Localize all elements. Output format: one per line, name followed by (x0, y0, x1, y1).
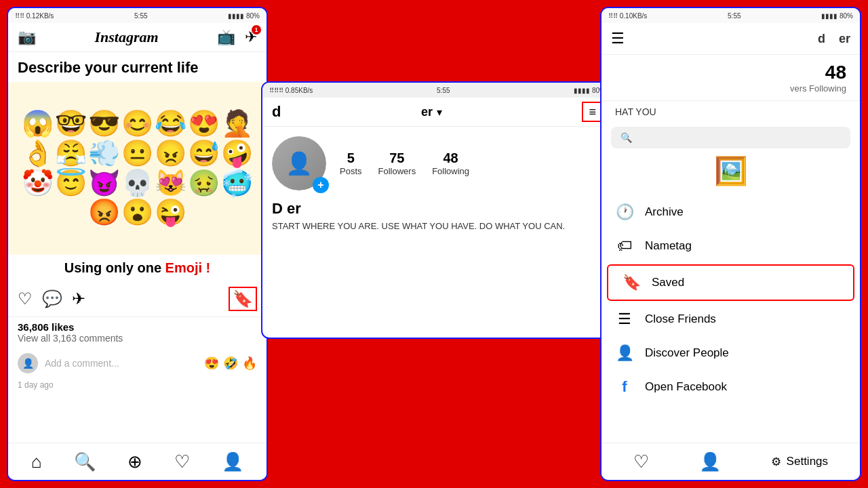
notifications-icon[interactable]: ✈ 1 (245, 28, 257, 46)
menu-item-discover-people[interactable]: 👤 Discover People (601, 336, 860, 370)
discover-people-icon: 👤 (615, 344, 634, 362)
archive-icon: 🕐 (615, 203, 634, 221)
camera-icon[interactable]: 📷 (18, 28, 36, 46)
right-nav-heart[interactable]: ♡ (633, 451, 649, 472)
menu-hamburger-icon[interactable]: ☰ (611, 30, 625, 47)
bookmark-button[interactable]: 🔖 (229, 287, 257, 311)
dropdown-icon[interactable]: ▾ (437, 106, 442, 119)
left-phone: ⠿⠿ 0.12KB/s 5:55 ▮▮▮▮ 80% 📷 Instagram 📺 … (7, 7, 268, 481)
comment-placeholder[interactable]: Add a comment... (45, 358, 197, 369)
menu-search-bar[interactable]: 🔍 (611, 127, 850, 148)
open-facebook-label: Open Facebook (645, 380, 727, 394)
following-count: 48 (432, 150, 469, 166)
menu-header-right: er (839, 32, 850, 46)
menu-item-close-friends[interactable]: ☰ Close Friends (601, 302, 860, 336)
right-battery: ▮▮▮▮ 80% (821, 12, 853, 20)
emoji-grid: 😱🤓😎😊 😂😍🤦👌 😤💨😐😠 😅🤪🤡😇 😈💀😻🤢 🥶😡😮😜 (12, 110, 263, 227)
view-comments[interactable]: View all 3,163 comments (18, 333, 257, 344)
mid-time: 5:55 (437, 87, 450, 94)
saved-label: Saved (652, 276, 684, 289)
profile-avatar-wrap: 👤 + (272, 136, 326, 190)
followers-number: 48 (825, 62, 846, 83)
notification-badge: 1 (252, 25, 261, 35)
menu-item-nametag[interactable]: 🏷 Nametag (601, 229, 860, 263)
post-image: 😱🤓😎😊 😂😍🤦👌 😤💨😐😠 😅🤪🤡😇 😈💀😻🤢 🥶😡😮😜 (8, 82, 267, 255)
following-stat: 48 Following (432, 150, 469, 176)
nav-home[interactable]: ⌂ (31, 451, 42, 472)
bottom-nav: ⌂ 🔍 ⊕ ♡ 👤 (8, 443, 267, 480)
post-stats: 36,806 likes View all 3,163 comments (8, 317, 267, 348)
followers-display: 48 vers Following (601, 55, 860, 101)
posts-stat: 5 Posts (340, 150, 362, 176)
mid-signal: ⠿⠿⠿ 0.85KB/s (269, 87, 313, 94)
caption-highlight: Emoji ! (165, 260, 211, 275)
instagram-logo: Instagram (94, 28, 158, 46)
followers-label: vers Following (790, 83, 846, 94)
logo-partial: d (272, 103, 281, 120)
post-caption: Using only one Emoji ! (8, 255, 267, 281)
post-title: Describe your current life (8, 52, 267, 82)
right-signal: ⠿⠿ 0.10KB/s (608, 12, 647, 20)
posts-label: Posts (340, 166, 362, 176)
share-button[interactable]: ✈ (72, 289, 85, 308)
comment-emojis: 😍 🤣 🔥 (204, 356, 257, 371)
middle-header: d er ▾ ≡ (262, 98, 612, 127)
right-time: 5:55 (728, 12, 741, 20)
menu-header: ☰ d er (601, 23, 860, 55)
archive-label: Archive (645, 205, 684, 219)
signal-text: ⠿⠿ 0.12KB/s (15, 12, 54, 20)
menu-header-left: d (818, 32, 825, 46)
middle-phone: ⠿⠿⠿ 0.85KB/s 5:55 ▮▮▮▮ 80% d er ▾ ≡ 👤 + … (261, 81, 614, 339)
menu-item-open-facebook[interactable]: f Open Facebook (601, 370, 860, 404)
menu-item-saved[interactable]: 🔖 Saved (607, 264, 854, 301)
middle-status-bar: ⠿⠿⠿ 0.85KB/s 5:55 ▮▮▮▮ 80% (262, 83, 612, 98)
reels-icon[interactable]: 📺 (217, 28, 235, 46)
close-friends-label: Close Friends (645, 312, 716, 326)
right-bottom-nav: ♡ 👤 ⚙ Settings (601, 443, 860, 480)
settings-icon: ⚙ (771, 455, 781, 469)
right-nav-profile[interactable]: 👤 (699, 451, 721, 472)
likes-count: 36,806 likes (18, 321, 257, 333)
left-status-bar: ⠿⠿ 0.12KB/s 5:55 ▮▮▮▮ 80% (8, 8, 267, 23)
portrait-placeholder: 🖼️ (601, 152, 860, 190)
profile-bio: START WHERE YOU ARE. USE WHAT YOU HAVE. … (262, 220, 612, 242)
nav-heart[interactable]: ♡ (174, 451, 190, 472)
discover-people-label: Discover People (645, 346, 729, 360)
following-label: Following (432, 166, 469, 176)
nav-search[interactable]: 🔍 (74, 451, 96, 472)
profile-section: 👤 + 5 Posts 75 Followers 48 Following (262, 127, 612, 200)
post-actions: ♡ 💬 ✈ 🔖 (8, 281, 267, 317)
close-friends-icon: ☰ (615, 310, 634, 328)
mid-logo: d (272, 103, 281, 121)
instagram-header: 📷 Instagram 📺 ✈ 1 (8, 23, 267, 52)
right-phone: ⠿⠿ 0.10KB/s 5:55 ▮▮▮▮ 80% ☰ d er 48 vers… (600, 7, 861, 481)
add-follow-button[interactable]: + (313, 177, 329, 193)
followers-label: Followers (378, 166, 416, 176)
nav-profile[interactable]: 👤 (222, 451, 243, 472)
comment-button[interactable]: 💬 (42, 289, 62, 308)
battery-info: ▮▮▮▮ 80% (228, 12, 260, 20)
menu-header-labels: d er (818, 32, 850, 46)
menu-items-list: 🕐 Archive 🏷 Nametag 🔖 Saved ☰ Close Frie… (601, 190, 860, 409)
suffix-partial: er (421, 105, 433, 119)
nav-add[interactable]: ⊕ (127, 451, 142, 472)
profile-stats: 5 Posts 75 Followers 48 Following (340, 150, 469, 176)
posts-count: 5 (340, 150, 362, 166)
mid-header-center: er ▾ (421, 105, 442, 119)
followers-count: 75 (378, 150, 416, 166)
settings-item[interactable]: ⚙ Settings (771, 455, 828, 469)
time-ago: 1 day ago (8, 379, 267, 394)
comment-avatar: 👤 (18, 353, 38, 373)
facebook-icon: f (615, 378, 634, 396)
menu-item-archive[interactable]: 🕐 Archive (601, 195, 860, 229)
left-signal: ⠿⠿ 0.12KB/s (15, 12, 54, 20)
like-button[interactable]: ♡ (18, 289, 33, 308)
nametag-icon: 🏷 (615, 237, 634, 255)
header-icons: 📺 ✈ 1 (217, 28, 257, 46)
comment-input-row: 👤 Add a comment... 😍 🤣 🔥 (8, 348, 267, 379)
time-text: 5:55 (134, 12, 147, 20)
nametag-label: Nametag (645, 239, 692, 253)
right-status-bar: ⠿⠿ 0.10KB/s 5:55 ▮▮▮▮ 80% (601, 8, 860, 23)
followers-stat: 75 Followers (378, 150, 416, 176)
profile-name: D er (262, 200, 612, 220)
